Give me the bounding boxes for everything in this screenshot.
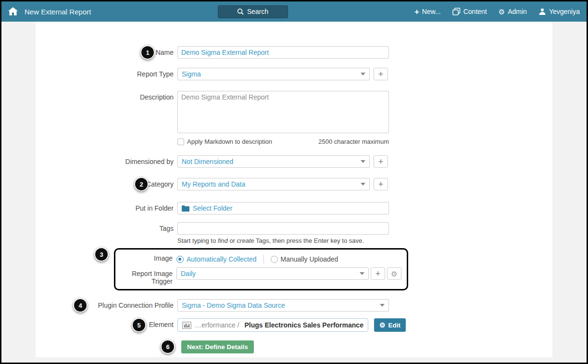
category-dropdown[interactable]: My Reports and Data [177,178,370,190]
radio-manually-uploaded[interactable]: Manually Uploaded [271,255,338,263]
home-button[interactable] [8,7,18,16]
tags-row: Tags Start typing to find or create Tags… [36,222,552,244]
search-icon [237,8,244,15]
plugin-profile-label: Plugin Connection Profile [36,299,177,309]
annotation-badge-4: 4 [73,298,88,313]
char-max-note: 2500 character maximum [318,138,389,145]
name-label: Name [36,46,177,56]
chevron-down-icon [361,183,365,186]
top-navigation-bar: New External Report Search + New... [1,1,587,22]
nav-content-label: Content [463,8,487,15]
nav-admin-button[interactable]: ⚙ Admin [499,8,527,15]
next-define-details-button[interactable]: Next: Define Details [181,340,254,353]
search-button[interactable]: Search [218,5,288,18]
image-label: Image [118,253,176,262]
gear-icon: ⚙ [379,322,386,328]
dimensioned-by-value: Not Dimensioned [182,158,358,165]
plugin-profile-value: Sigma - Demo Sigma Data Source [182,301,377,309]
plus-icon: + [414,8,419,16]
page-title: New External Report [25,8,91,16]
tags-help-text: Start typing to find or create Tags, the… [177,237,389,244]
report-type-dropdown[interactable]: Sigma [177,68,370,80]
markdown-checkbox[interactable] [177,138,184,145]
element-label: Element [36,318,177,328]
nav-user-label: Yevgeniya [549,8,580,15]
category-row: 2 Category My Reports and Data + [36,178,552,190]
annotation-badge-6: 6 [161,339,175,354]
image-section: 3 Image Automatically Collected [36,248,552,290]
nav-user-menu[interactable]: Yevgeniya [538,8,580,15]
image-trigger-dropdown[interactable]: Daily [176,267,369,280]
next-row: 6 Next: Define Details [36,340,552,353]
folder-label: Put in Folder [36,202,177,212]
image-row: Image Automatically Collected Manually U… [118,253,402,264]
chevron-down-icon [380,304,385,307]
plus-icon: + [378,157,383,165]
plugin-profile-dropdown[interactable]: Sigma - Demo Sigma Data Source [177,299,389,312]
nav-new-button[interactable]: + New... [414,8,441,16]
name-input[interactable] [177,46,389,59]
nav-new-label: New... [422,8,441,15]
element-name: Plugs Electronics Sales Performance [244,321,363,329]
chevron-down-icon [361,73,365,75]
report-type-label: Report Type [36,68,177,78]
nav-admin-label: Admin [508,8,527,15]
search-button-label: Search [247,8,268,15]
plugin-profile-row: 4 Plugin Connection Profile Sigma - Demo… [36,299,552,312]
annotation-badge-5: 5 [132,318,146,332]
app-window: New External Report Search + New... [0,0,588,364]
image-annotation-box: Image Automatically Collected Manually U… [114,248,408,290]
radio-selected-icon [176,256,184,263]
plus-icon: + [378,70,383,78]
radio-automatically-collected-label: Automatically Collected [187,255,257,263]
image-trigger-value: Daily [181,270,357,277]
folder-row: Put in Folder Select Folder [36,202,552,214]
radio-automatically-collected[interactable]: Automatically Collected [176,255,257,263]
report-type-value: Sigma [182,70,358,78]
dimensioned-by-dropdown[interactable]: Not Dimensioned [177,155,370,168]
element-row: 5 Element …erformance / Plugs Electronic… [36,318,552,332]
tags-input[interactable] [177,222,389,235]
chart-thumbnail-icon [182,322,191,329]
edit-button-label: Edit [388,322,401,329]
description-textarea[interactable]: Demo Sigma External Report [177,91,389,133]
radio-manually-uploaded-label: Manually Uploaded [281,255,338,263]
description-label: Description [36,91,177,101]
category-value: My Reports and Data [182,180,358,188]
user-icon [538,8,546,15]
add-report-type-button[interactable]: + [374,68,388,80]
description-row: Description Demo Sigma External Report A… [36,91,552,145]
radio-unselected-icon [271,256,278,263]
nav-content-button[interactable]: Content [452,8,487,15]
select-folder-label: Select Folder [193,204,232,212]
add-dimension-button[interactable]: + [374,155,388,168]
chevron-down-icon [361,160,365,163]
element-path-prefix: …erformance / [195,321,241,329]
page-background: 1 Name Report Type Sigma + D [1,22,587,364]
trigger-settings-button[interactable]: ⚙ [387,267,401,280]
annotation-badge-3: 3 [94,247,109,262]
add-trigger-button[interactable]: + [371,267,385,280]
tags-label: Tags [36,222,177,232]
report-type-row: Report Type Sigma + [36,68,552,80]
folder-icon [182,205,189,212]
element-selector[interactable]: …erformance / Plugs Electronics Sales Pe… [177,318,368,332]
chevron-down-icon [360,272,364,275]
annotation-badge-1: 1 [140,45,155,60]
image-trigger-label: Report Image Trigger [118,267,176,285]
content-icon [452,8,461,15]
dimensioned-by-row: Dimensioned by Not Dimensioned + [36,155,552,168]
gear-icon: ⚙ [499,8,505,15]
name-row: 1 Name [36,46,552,59]
home-icon [8,7,18,16]
divider [263,255,264,264]
edit-element-button[interactable]: ⚙ Edit [374,318,406,332]
plus-icon: + [375,269,380,277]
add-category-button[interactable]: + [374,178,388,190]
image-trigger-row: Report Image Trigger Daily + ⚙ [118,267,402,285]
annotation-badge-2: 2 [134,177,149,191]
markdown-checkbox-label: Apply Markdown to description [187,138,272,145]
form-panel: 1 Name Report Type Sigma + D [36,22,552,357]
gear-icon: ⚙ [391,270,397,277]
select-folder-button[interactable]: Select Folder [177,202,389,214]
